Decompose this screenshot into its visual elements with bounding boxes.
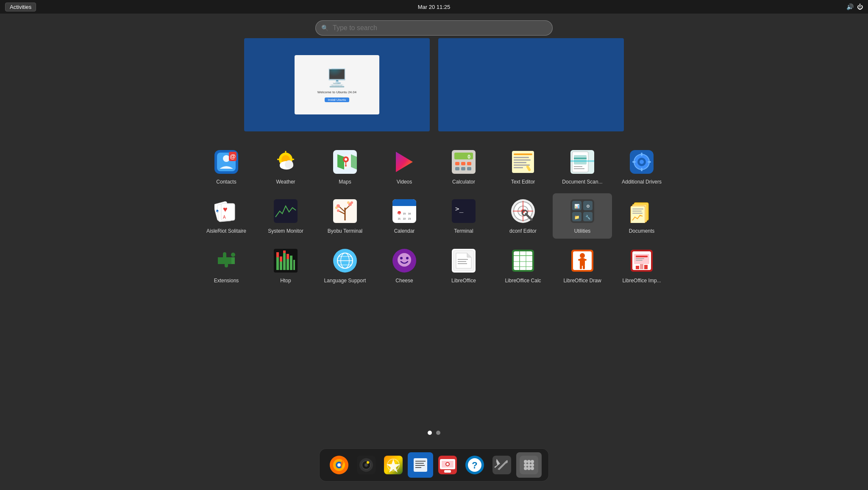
app-terminal[interactable]: >_ Terminal (434, 193, 493, 238)
svg-rect-152 (636, 256, 648, 257)
activities-button[interactable]: Activities (5, 3, 36, 11)
svg-rect-115 (283, 251, 286, 253)
svg-text:0: 0 (467, 154, 470, 160)
app-cheese-label: Cheese (395, 278, 413, 284)
svg-rect-118 (293, 260, 295, 270)
volume-icon[interactable]: 🔊 (846, 3, 854, 10)
power-icon[interactable]: ⏻ (857, 3, 863, 10)
app-text-editor[interactable]: Text Editor (493, 144, 553, 189)
svg-text:⚙: ⚙ (586, 204, 590, 209)
svg-point-143 (580, 253, 585, 258)
svg-rect-49 (641, 153, 643, 156)
app-document-scanner-label: Document Scan... (562, 179, 602, 185)
app-libreoffice-draw[interactable]: LibreOffice Draw (553, 243, 612, 288)
svg-rect-25 (455, 162, 459, 165)
app-libreoffice[interactable]: LibreOffice (434, 243, 493, 288)
dock-rhythmbox[interactable] (353, 452, 379, 478)
svg-rect-153 (636, 258, 644, 259)
svg-point-69 (335, 206, 338, 209)
svg-text:?: ? (472, 460, 477, 471)
dock-screenshot[interactable] (435, 452, 460, 478)
dock-help[interactable]: ? (462, 452, 487, 478)
app-byobu-label: Byobu Terminal (328, 228, 363, 234)
svg-rect-41 (574, 155, 587, 164)
app-libreoffice-draw-label: LibreOffice Draw (563, 278, 601, 284)
svg-point-128 (406, 257, 409, 259)
apps-row-1: @ Contacts (180, 144, 688, 189)
dock-system-settings[interactable] (489, 452, 515, 478)
preview-text: Welcome to Ubuntu 24.04 (317, 90, 356, 94)
svg-rect-112 (287, 259, 289, 270)
app-calendar[interactable]: 14 15 16 21 22 23 Calendar (375, 193, 434, 238)
app-calculator[interactable]: 0 Calculator (434, 144, 493, 189)
svg-text:15: 15 (403, 212, 406, 215)
svg-point-107 (231, 253, 235, 257)
preview-install-btn: Install Ubuntu (325, 97, 350, 102)
dock-show-apps[interactable] (516, 452, 542, 478)
svg-marker-15 (337, 154, 344, 170)
app-libreoffice-calc-label: LibreOffice Calc (505, 278, 541, 284)
svg-text:14: 14 (398, 212, 401, 215)
svg-point-192 (524, 467, 527, 470)
svg-rect-32 (514, 153, 532, 155)
dock-text-editor[interactable] (408, 452, 433, 478)
app-htop[interactable]: Htop (256, 243, 315, 288)
svg-rect-114 (280, 256, 282, 262)
search-input[interactable] (315, 20, 553, 36)
app-libreoffice-impress[interactable]: LibreOffice Imp... (612, 243, 671, 288)
svg-rect-105 (632, 211, 642, 212)
app-additional-drivers[interactable]: Additional Drivers (612, 144, 671, 189)
app-solitaire[interactable]: ♥ A ♠ AisleRiot Solitaire (197, 193, 256, 238)
app-libreoffice-calc[interactable]: LibreOffice Calc (493, 243, 553, 288)
svg-rect-173 (415, 465, 425, 466)
svg-rect-50 (641, 168, 643, 171)
svg-point-68 (337, 209, 339, 212)
app-dconf-label: dconf Editor (509, 228, 537, 234)
svg-rect-113 (276, 252, 279, 257)
svg-rect-106 (632, 213, 643, 214)
svg-rect-155 (636, 266, 639, 269)
window-preview-2[interactable] (438, 38, 624, 131)
app-dconf[interactable]: dconf Editor (493, 193, 553, 238)
clock-display: Mar 20 11:25 (418, 4, 451, 10)
svg-point-53 (640, 160, 644, 164)
svg-rect-51 (632, 161, 636, 163)
svg-point-20 (345, 165, 347, 167)
window-preview-1[interactable]: 🖥️ Welcome to Ubuntu 24.04 Install Ubunt… (244, 38, 430, 131)
svg-text:♥: ♥ (223, 205, 228, 214)
svg-rect-154 (636, 260, 643, 261)
svg-text:📁: 📁 (574, 214, 580, 220)
svg-rect-133 (458, 263, 467, 264)
svg-rect-148 (583, 265, 585, 269)
apps-row-2: ♥ A ♠ AisleRiot Solitaire System Monitor (180, 193, 688, 238)
search-icon: 🔍 (321, 25, 328, 31)
svg-point-179 (446, 463, 449, 465)
app-language-support[interactable]: Language Support (315, 243, 375, 288)
svg-rect-29 (461, 167, 465, 170)
svg-point-194 (531, 467, 534, 470)
app-extensions[interactable]: Extensions (197, 243, 256, 288)
svg-rect-145 (578, 259, 581, 261)
dock-firefox[interactable] (326, 452, 352, 478)
app-cheese[interactable]: Cheese (375, 243, 434, 288)
app-weather[interactable]: Weather (256, 144, 315, 189)
page-dot-1[interactable] (428, 431, 432, 435)
app-system-monitor[interactable]: System Monitor (256, 193, 315, 238)
app-videos-label: Videos (397, 179, 412, 185)
svg-rect-156 (640, 264, 643, 269)
app-utilities[interactable]: 📊 ⚙ 📁 🔧 Utilities (553, 193, 612, 238)
app-byobu[interactable]: Byobu Terminal (315, 193, 375, 238)
app-htop-label: Htop (280, 278, 291, 284)
app-videos[interactable]: Videos (375, 144, 434, 189)
app-contacts[interactable]: @ Contacts (197, 144, 256, 189)
dock-inkscape[interactable] (381, 452, 406, 478)
app-maps[interactable]: Maps (315, 144, 375, 189)
app-extensions-label: Extensions (214, 278, 239, 284)
svg-point-187 (527, 460, 531, 463)
app-documents-label: Documents (629, 228, 655, 234)
page-dot-2[interactable] (436, 431, 440, 435)
app-weather-label: Weather (276, 179, 295, 185)
app-documents[interactable]: Documents (612, 193, 671, 238)
app-document-scanner[interactable]: Document Scan... (553, 144, 612, 189)
svg-rect-43 (574, 166, 582, 167)
